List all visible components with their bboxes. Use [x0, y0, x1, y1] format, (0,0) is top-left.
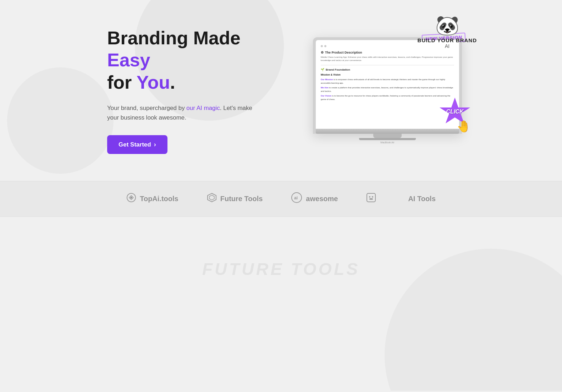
laptop-label: MacBook Air: [313, 141, 462, 144]
future-tools-watermark: FUtUre Tools: [202, 259, 360, 279]
get-started-label: Get Started: [119, 141, 151, 148]
svg-point-8: [372, 196, 373, 198]
hero-right: NEW VERSION ⚙ The Product Description Mo…: [299, 37, 476, 144]
hand-cursor-icon: 🤚: [457, 120, 471, 133]
laptop-dot-2: [324, 45, 326, 47]
topai-icon: [126, 193, 136, 205]
hero-title-punct: .: [170, 72, 175, 93]
arrow-icon: ›: [154, 141, 156, 148]
vision-text: is to become the go-to resource for ches…: [321, 95, 450, 100]
aim-text: to create a platform that provides inter…: [321, 87, 453, 92]
aim-bullet: We Aim to create a platform that provide…: [321, 86, 454, 93]
aiawesome-icon: ai: [291, 192, 302, 206]
logo-topai: TopAi.tools: [126, 193, 178, 205]
svg-rect-9: [369, 198, 373, 200]
logo-ghost: [366, 193, 380, 205]
brand-ai-label: AI: [418, 43, 477, 49]
laptop-foot: [359, 138, 416, 140]
mission-text: is to empower chess enthusiasts of all s…: [321, 78, 445, 84]
gear-icon: ⚙: [321, 51, 324, 54]
get-started-button[interactable]: Get Started ›: [107, 135, 167, 154]
hero-title-part1: Branding Made: [107, 28, 241, 48]
logo-aitools: AI Tools: [408, 195, 435, 203]
logo-aiawesome: ai awesome: [291, 192, 338, 206]
mv-title: Mission & Vision: [321, 73, 454, 76]
futuretools-text: Future Tools: [220, 195, 263, 203]
hero-desc-part1: Your brand, supercharged by: [107, 105, 186, 111]
laptop-desc-text: Mobile Chess Learning App: Enhance your …: [321, 56, 454, 62]
laptop-base: [316, 129, 459, 134]
vision-bullet: Our Vision is to become the go-to resour…: [321, 94, 454, 101]
hero-left: Branding Made Easy for You. Your brand, …: [86, 27, 256, 154]
ghost-icon: [366, 193, 376, 205]
topai-text: TopAi.tools: [140, 195, 178, 203]
logo-futuretools: Future Tools: [207, 193, 263, 205]
hero-title: Branding Made Easy for You.: [107, 27, 256, 93]
futuretools-icon: [207, 193, 217, 205]
hero-description: Your brand, supercharged by our AI magic…: [107, 103, 256, 122]
svg-rect-6: [367, 193, 375, 202]
hero-section: 🐼 BUILD YOUR BRAND AI Branding Made Easy…: [0, 0, 562, 181]
mission-label: Our Mission: [321, 78, 333, 81]
hero-title-highlight2: You: [137, 72, 170, 93]
mission-bullet: Our Mission is to empower chess enthusia…: [321, 78, 454, 85]
laptop-stand: [373, 134, 402, 138]
laptop-divider: [321, 65, 454, 65]
aitools-text: AI Tools: [408, 195, 435, 203]
laptop-content-title: ⚙ The Product Description: [321, 51, 454, 54]
svg-marker-2: [208, 193, 216, 202]
hero-title-highlight1: Easy: [107, 50, 150, 70]
brand-foundation-text: Brand Foundation: [326, 68, 350, 71]
laptop-dot-1: [321, 45, 323, 47]
lower-section: FUtUre Tools: [0, 217, 562, 391]
svg-marker-3: [209, 195, 214, 200]
aiawesome-text: awesome: [306, 195, 338, 203]
svg-point-7: [369, 196, 370, 198]
screen-title-text: The Product Description: [325, 51, 362, 54]
plant-icon: 🌱: [321, 68, 324, 71]
hero-title-part2: for: [107, 72, 137, 93]
aim-label: We Aim: [321, 87, 329, 89]
laptop-wrapper: NEW VERSION ⚙ The Product Description Mo…: [313, 37, 462, 144]
panda-icon: 🐼: [418, 14, 477, 37]
brand-name: BUILD YOUR BRAND: [418, 37, 477, 43]
brand-logo: 🐼 BUILD YOUR BRAND AI: [418, 14, 477, 49]
logos-strip: TopAi.tools Future Tools ai awesome: [0, 181, 562, 217]
vision-label: Our Vision: [321, 95, 331, 97]
click-label: CLICK: [446, 109, 464, 115]
svg-text:ai: ai: [294, 195, 298, 200]
click-badge: CLICK 🤚: [437, 98, 473, 126]
hero-desc-link: our AI magic: [186, 105, 220, 111]
brand-foundation-title: 🌱 Brand Foundation: [321, 68, 454, 71]
svg-point-1: [130, 197, 132, 199]
